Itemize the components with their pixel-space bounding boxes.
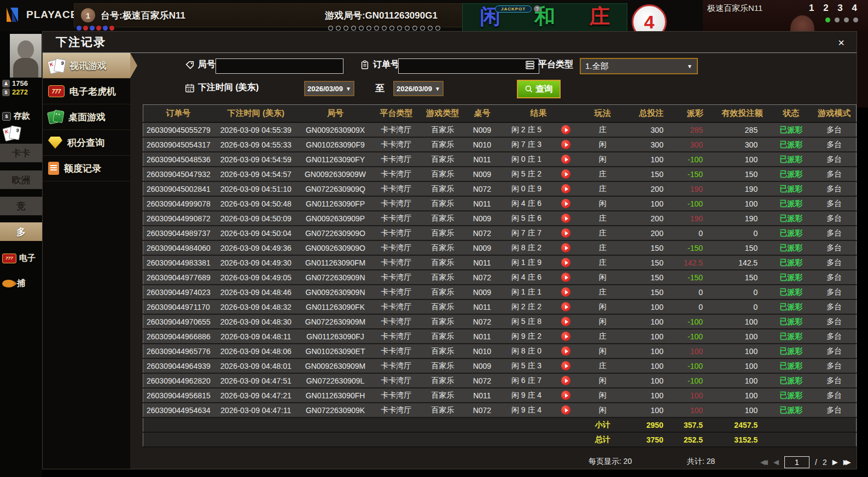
prev-page-icon[interactable]: ◀	[773, 458, 779, 466]
col-bet-time: 下注时间 (美东)	[213, 105, 299, 123]
bet-time: 2026-03-09 04:48:32	[213, 299, 299, 314]
replay-icon[interactable]	[561, 140, 570, 149]
bet-side: 闲	[578, 299, 627, 314]
replay-cell	[554, 270, 578, 285]
replay-icon[interactable]	[561, 273, 570, 282]
road-bead	[90, 26, 95, 31]
game-type: 百家乐	[420, 299, 465, 314]
platform-select[interactable]: 1.全部 ▼	[580, 58, 698, 74]
date-to-select[interactable]: 2026/03/09 ▼	[393, 81, 444, 96]
platform-select-value: 1.全部	[585, 61, 609, 72]
result: 闲 0 庄 9	[499, 181, 554, 196]
round-id: GN010263090F9	[299, 137, 372, 152]
valid-bet: 100	[715, 358, 770, 373]
bet-zone-banker[interactable]: 庄	[589, 4, 610, 29]
video-edge-strip	[856, 31, 868, 108]
table-row: 2603090449776892026-03-09 04:49:05GN0722…	[143, 270, 857, 285]
replay-icon[interactable]	[561, 243, 570, 252]
order-filter-label: 订单号	[360, 59, 399, 70]
order-filter-input[interactable]	[398, 58, 539, 74]
tab-video-games[interactable]: K9 视讯游戏	[43, 53, 130, 79]
fishing-shortcut[interactable]: 捕	[2, 278, 25, 288]
status: 已派彩	[770, 122, 812, 137]
round-filter-input[interactable]	[215, 58, 343, 74]
status: 已派彩	[770, 240, 812, 255]
top-bar: PLAYACE 1 台号:极速百家乐N11 游戏局号:GN011263090G1…	[0, 0, 868, 31]
money-bag-icon: $	[2, 89, 10, 96]
replay-icon[interactable]	[561, 214, 570, 223]
valid-bet: 100	[715, 314, 770, 329]
replay-icon[interactable]	[561, 391, 570, 400]
replay-icon[interactable]	[561, 125, 570, 134]
status: 已派彩	[770, 196, 812, 211]
platform: 卡卡湾厅	[372, 196, 420, 211]
replay-icon[interactable]	[561, 155, 570, 164]
status: 已派彩	[770, 211, 812, 226]
replay-icon[interactable]	[561, 405, 570, 415]
total-bet: 150	[627, 167, 675, 181]
replay-icon[interactable]	[561, 346, 570, 356]
col-total-bet: 总投注	[627, 105, 675, 123]
valid-bet: 285	[715, 122, 770, 137]
col-valid-bet: 有效投注额	[715, 105, 770, 123]
lobby-item-jing[interactable]: 竞	[0, 197, 42, 215]
platform: 卡卡湾厅	[372, 285, 420, 299]
replay-cell	[554, 285, 578, 299]
slots-shortcut[interactable]: 777 电子	[2, 253, 36, 263]
replay-icon[interactable]	[561, 302, 570, 311]
payout: -150	[675, 270, 715, 285]
tab-table-games[interactable]: 桌面游戏	[43, 104, 130, 130]
replay-cell	[554, 388, 578, 403]
avatar[interactable]	[10, 34, 42, 78]
table-body: 2603090450552792026-03-09 04:55:39GN0092…	[143, 122, 857, 417]
game-mode: 多台	[812, 196, 856, 211]
lobby-item-europe[interactable]: 欧洲	[0, 170, 42, 189]
jackpot-help-icon[interactable]: ?	[534, 5, 540, 12]
game-mode: 多台	[812, 255, 856, 270]
replay-icon[interactable]	[561, 287, 570, 297]
replay-icon[interactable]	[561, 317, 570, 326]
replay-icon[interactable]	[561, 332, 570, 341]
order-id: 260309044956815	[143, 388, 213, 403]
last-page-icon[interactable]: ▶▶	[843, 458, 851, 466]
tab-credit-records[interactable]: 额度记录	[43, 156, 130, 181]
valid-bet: 190	[715, 211, 770, 226]
platform: 卡卡湾厅	[372, 373, 420, 388]
replay-icon[interactable]	[561, 228, 570, 238]
bet-time: 2026-03-09 04:50:04	[213, 226, 299, 240]
replay-icon[interactable]	[561, 361, 570, 370]
balance-amount: $ 2272	[2, 88, 28, 96]
col-game-type: 游戏类型	[420, 105, 465, 123]
payout: 190	[675, 181, 715, 196]
tab-points-query[interactable]: 积分查询	[43, 130, 130, 156]
bet-side: 闲	[578, 344, 627, 358]
tab-slots[interactable]: 777 电子老虎机	[43, 79, 130, 104]
replay-icon[interactable]	[561, 258, 570, 267]
replay-icon[interactable]	[561, 199, 570, 208]
clipboard-icon	[360, 60, 370, 70]
bet-side: 庄	[578, 358, 627, 373]
col-platform: 平台类型	[372, 105, 420, 123]
platform: 卡卡湾厅	[372, 137, 420, 152]
deposit-button[interactable]: $ 存款	[2, 111, 30, 121]
game-type: 百家乐	[420, 196, 465, 211]
total-bet: 300	[627, 122, 675, 137]
table-number-label: 台号:极速百家乐N11	[101, 9, 185, 22]
date-from-select[interactable]: 2026/03/09 ▼	[304, 81, 354, 96]
replay-icon[interactable]	[561, 376, 570, 385]
replay-cell	[554, 403, 578, 417]
page-input[interactable]: 1	[784, 456, 809, 468]
lobby-item-multi[interactable]: 多	[0, 222, 42, 241]
search-button[interactable]: 查询	[517, 80, 561, 98]
valid-bet: 150	[715, 167, 770, 181]
valid-bet: 150	[715, 240, 770, 255]
first-page-icon[interactable]: ◀◀	[760, 458, 768, 466]
lobby-item-kaka[interactable]: 卡卡	[0, 144, 42, 162]
next-page-icon[interactable]: ▶	[832, 458, 838, 466]
replay-icon[interactable]	[561, 169, 570, 179]
table-row: 2603090449568152026-03-09 04:47:21GN0112…	[143, 388, 857, 403]
payout: -100	[675, 196, 715, 211]
replay-icon[interactable]	[561, 184, 570, 193]
close-icon[interactable]: ×	[835, 36, 848, 49]
diamond-icon	[48, 137, 62, 149]
